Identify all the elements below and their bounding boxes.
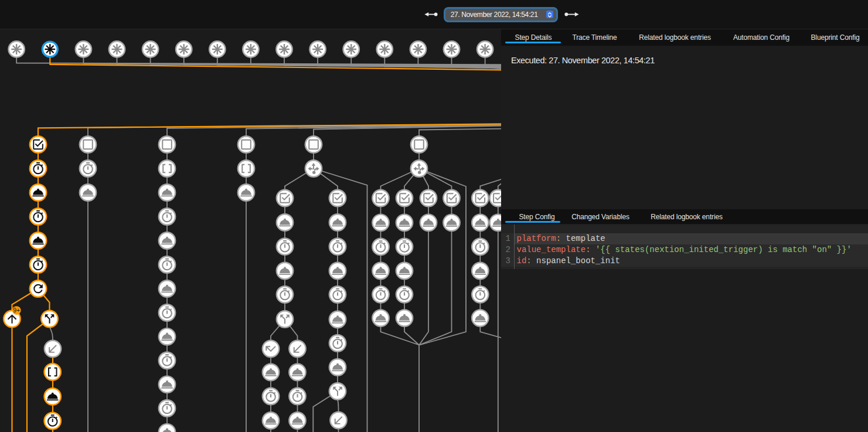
svg-text:9+: 9+ [13, 307, 20, 314]
